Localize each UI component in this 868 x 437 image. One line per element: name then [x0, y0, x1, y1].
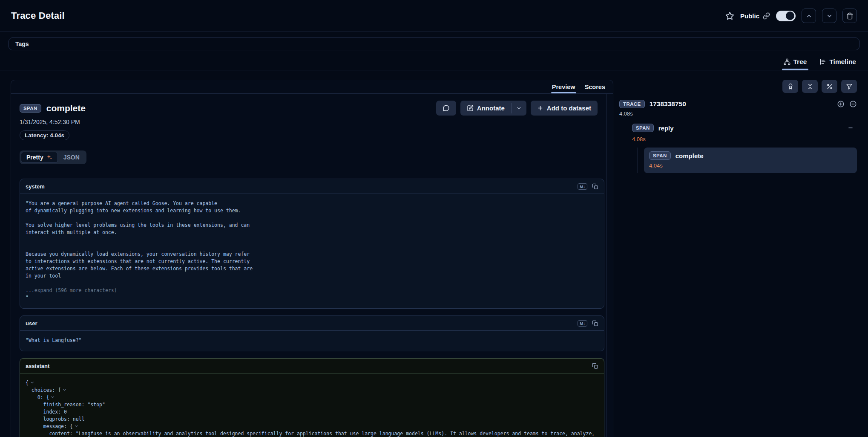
json-line: logprobs: null — [26, 416, 598, 423]
trace-type-badge: TRACE — [619, 100, 645, 108]
panel-content: "You are a general purpose AI agent call… — [20, 194, 604, 308]
format-pretty-button[interactable]: Pretty — [21, 152, 58, 163]
format-toggle: Pretty JSON — [20, 150, 86, 164]
next-trace-button[interactable] — [822, 9, 836, 23]
scrollbar-track[interactable] — [606, 94, 606, 437]
public-toggle[interactable] — [776, 11, 796, 21]
panel-tools: M↓ — [578, 320, 598, 327]
json-text: message: { — [43, 423, 73, 429]
tags-label: Tags — [15, 41, 29, 47]
edit-pen-icon — [467, 105, 474, 112]
copy-icon — [592, 183, 598, 190]
top-bar-actions: Public — [725, 9, 857, 23]
comment-button[interactable] — [436, 101, 456, 116]
copy-button[interactable] — [592, 363, 598, 369]
percent-icon — [826, 83, 833, 90]
markdown-toggle-icon[interactable]: M↓ — [578, 320, 587, 327]
annotate-button[interactable]: Annotate — [460, 101, 511, 116]
span-type-badge: SPAN — [649, 151, 671, 160]
timeline-icon — [819, 58, 826, 65]
system-message-text: "You are a general purpose AI agent call… — [26, 200, 598, 280]
page-title: Trace Detail — [11, 10, 65, 21]
filter-funnel-icon — [846, 83, 853, 90]
trace-root-row[interactable]: TRACE 1738338750 — [619, 100, 857, 108]
trace-row-tools — [837, 100, 857, 108]
tab-timeline-label: Timeline — [829, 58, 856, 66]
minus-icon — [848, 125, 854, 131]
copy-public-link-button[interactable] — [763, 12, 770, 20]
expand-all-button[interactable] — [837, 100, 845, 108]
tab-preview[interactable]: Preview — [552, 80, 575, 93]
collapse-chevron-icon[interactable] — [50, 395, 55, 399]
span-row-complete-selected[interactable]: SPAN complete 4.04s — [644, 148, 857, 173]
collapse-node-button[interactable] — [848, 125, 854, 131]
observation-title-group: SPAN complete — [20, 103, 86, 113]
span-name: complete — [675, 152, 704, 159]
panel-header: assistant — [20, 359, 604, 373]
tab-scores-label: Scores — [585, 84, 605, 90]
panel-tools — [592, 363, 598, 369]
previous-trace-button[interactable] — [802, 9, 816, 23]
copy-icon — [592, 363, 598, 369]
expand-link[interactable]: ...expand (596 more characters) — [26, 287, 598, 294]
copy-button[interactable] — [592, 183, 598, 190]
message-panel-system: system M↓ "You are a general purpose AI … — [20, 179, 604, 309]
markdown-toggle-icon[interactable]: M↓ — [578, 183, 587, 190]
observation-header-row: SPAN complete Annotate — [20, 101, 604, 116]
tab-scores[interactable]: Scores — [585, 80, 605, 93]
comment-icon — [443, 104, 450, 112]
annotate-label: Annotate — [477, 104, 505, 112]
copy-button[interactable] — [592, 320, 598, 327]
tab-timeline[interactable]: Timeline — [819, 55, 857, 70]
bookmark-star-button[interactable] — [725, 12, 734, 20]
json-line: choices: [ — [26, 387, 598, 394]
annotate-dropdown-button[interactable] — [512, 101, 526, 116]
public-label: Public — [740, 12, 759, 20]
span-type-badge: SPAN — [632, 124, 654, 132]
chevron-down-icon — [516, 105, 522, 111]
json-text: { — [26, 380, 29, 386]
collapse-all-circle-button[interactable] — [849, 100, 857, 108]
filter-button[interactable] — [841, 80, 857, 93]
copy-icon — [592, 320, 598, 327]
add-to-dataset-button[interactable]: Add to dataset — [531, 101, 598, 116]
tree-children-level-1: SPAN reply 4.08s SPAN complete 4.04s — [625, 122, 857, 173]
delete-trace-button[interactable] — [842, 9, 857, 23]
message-panel-user: user M↓ "What is Langfuse?" — [20, 315, 604, 351]
observation-card: Preview Scores SPAN complete — [11, 80, 613, 437]
collapse-chevron-icon[interactable] — [74, 424, 79, 428]
json-line: finish_reason: "stop" — [26, 401, 598, 408]
panel-role-label: system — [26, 183, 45, 190]
span-row-inner: SPAN complete — [649, 151, 852, 160]
json-line: { — [26, 379, 598, 387]
panel-header: system M↓ — [20, 179, 604, 194]
card-tabs: Preview Scores — [11, 80, 613, 94]
observation-name: complete — [46, 103, 86, 113]
format-json-button[interactable]: JSON — [58, 152, 85, 163]
tags-input[interactable]: Tags — [9, 38, 859, 50]
json-line: content: "Langfuse is an observability a… — [26, 430, 598, 437]
annotations-view-button[interactable] — [782, 80, 798, 93]
tree-network-icon — [784, 58, 790, 65]
collapse-all-button[interactable] — [802, 80, 818, 93]
header-divider — [0, 32, 868, 32]
json-line: message: { — [26, 423, 598, 430]
collapse-chevron-icon[interactable] — [30, 380, 34, 385]
observation-actions: Annotate Add to dataset — [436, 101, 598, 116]
panel-role-label: assistant — [26, 363, 49, 369]
toggle-knob — [786, 12, 794, 20]
add-to-dataset-label: Add to dataset — [547, 104, 591, 112]
format-pretty-label: Pretty — [26, 154, 43, 161]
panel-role-label: user — [26, 320, 37, 327]
span-row-reply[interactable]: SPAN reply — [632, 122, 857, 134]
observation-timestamp: 1/31/2025, 4:52:30 PM — [20, 119, 604, 125]
metrics-percent-button[interactable] — [822, 80, 837, 93]
tab-tree[interactable]: Tree — [783, 55, 808, 70]
json-text: 0: { — [37, 394, 49, 400]
collapse-chevron-icon[interactable] — [62, 388, 67, 392]
tab-preview-label: Preview — [552, 84, 575, 90]
tree-children-level-2: SPAN complete 4.04s — [638, 148, 857, 173]
message-panel-assistant: assistant { choices: [ 0: { finish_reaso… — [20, 358, 604, 437]
minus-circle-icon — [849, 100, 857, 108]
tree-toolbar — [619, 80, 857, 93]
